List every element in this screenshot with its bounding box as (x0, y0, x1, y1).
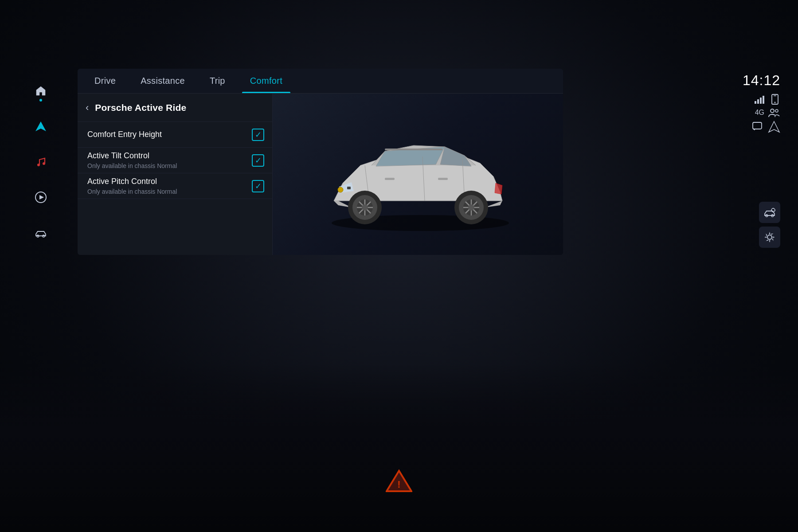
settings-icon (763, 231, 776, 243)
svg-marker-4 (39, 195, 44, 200)
sidebar-home-icon[interactable] (31, 81, 51, 101)
active-tilt-control-checkbox[interactable]: ✓ (252, 154, 264, 167)
status-icons-network: 4G (755, 107, 780, 118)
comfort-entry-height-checkbox[interactable]: ✓ (252, 129, 264, 141)
svg-rect-38 (753, 122, 762, 129)
svg-rect-9 (438, 178, 448, 180)
car-svg (307, 112, 529, 236)
hazard-area: ! (386, 469, 412, 492)
svg-point-35 (775, 102, 776, 103)
right-sidebar: 14:12 4G (740, 69, 780, 255)
active-pitch-control-item[interactable]: Active Pitch Control Only available in c… (78, 173, 272, 199)
svg-point-1 (37, 164, 40, 166)
check-icon: ✓ (255, 131, 262, 139)
svg-rect-31 (760, 98, 762, 104)
sidebar-navigation-icon[interactable] (31, 117, 51, 136)
svg-point-2 (43, 162, 45, 165)
svg-rect-27 (385, 149, 442, 150)
active-pitch-control-label: Active Pitch Control (87, 176, 177, 187)
settings-button[interactable] (759, 227, 780, 248)
clock: 14:12 (743, 72, 780, 89)
svg-point-47 (767, 235, 772, 239)
car-settings-icon (763, 207, 776, 217)
active-pitch-control-checkbox[interactable]: ✓ (252, 180, 264, 192)
car-visualization (273, 94, 563, 255)
tab-drive[interactable]: Drive (82, 69, 128, 93)
status-icons-msg (752, 121, 780, 133)
active-tilt-control-item[interactable]: Active Tilt Control Only available in ch… (78, 148, 272, 173)
active-tilt-control-subtitle: Only available in chassis Normal (87, 162, 177, 170)
svg-rect-8 (385, 178, 395, 180)
network-label: 4G (755, 109, 764, 117)
svg-point-37 (775, 110, 778, 112)
svg-text:!: ! (397, 479, 400, 490)
active-tilt-control-label: Active Tilt Control (87, 151, 177, 161)
svg-rect-29 (755, 101, 756, 104)
svg-point-36 (771, 109, 774, 113)
contacts-icon (768, 107, 780, 118)
svg-marker-0 (35, 121, 46, 131)
left-sidebar (27, 69, 54, 255)
svg-rect-32 (763, 96, 764, 104)
back-arrow-icon: ‹ (86, 102, 89, 113)
back-title: Porsche Active Ride (95, 102, 186, 113)
tab-comfort[interactable]: Comfort (238, 69, 295, 93)
comfort-entry-height-item[interactable]: Comfort Entry Height ✓ (78, 122, 272, 148)
content-area: ‹ Porsche Active Ride Comfort Entry Heig… (78, 94, 563, 255)
svg-point-25 (468, 204, 474, 211)
tab-trip[interactable]: Trip (197, 69, 238, 93)
sidebar-car-icon[interactable] (31, 223, 51, 243)
status-icons-signal (755, 94, 780, 105)
main-screen: Drive Assistance Trip Comfort ‹ Porsche … (78, 69, 563, 255)
phone-icon (770, 94, 780, 105)
check-icon-3: ✓ (255, 182, 262, 190)
hazard-icon: ! (386, 469, 412, 492)
tab-bar: Drive Assistance Trip Comfort (78, 69, 563, 94)
message-icon (752, 121, 764, 132)
left-panel: ‹ Porsche Active Ride Comfort Entry Heig… (78, 94, 273, 255)
comfort-entry-height-label: Comfort Entry Height (87, 129, 162, 140)
svg-point-26 (338, 187, 343, 192)
svg-point-17 (362, 204, 368, 211)
signal-icon (755, 95, 767, 104)
svg-rect-28 (347, 187, 351, 189)
car-settings-button[interactable] (759, 202, 780, 223)
active-pitch-control-subtitle: Only available in chassis Normal (87, 188, 177, 196)
nav-icon (768, 121, 780, 133)
car-image-panel (273, 94, 563, 255)
svg-rect-30 (757, 99, 759, 104)
bottom-area (0, 364, 798, 532)
back-button[interactable]: ‹ Porsche Active Ride (78, 94, 272, 122)
sidebar-media-icon[interactable] (31, 188, 51, 207)
svg-marker-39 (769, 121, 779, 132)
tab-assistance[interactable]: Assistance (128, 69, 197, 93)
check-icon-2: ✓ (255, 156, 262, 164)
sidebar-music-icon[interactable] (31, 152, 51, 172)
